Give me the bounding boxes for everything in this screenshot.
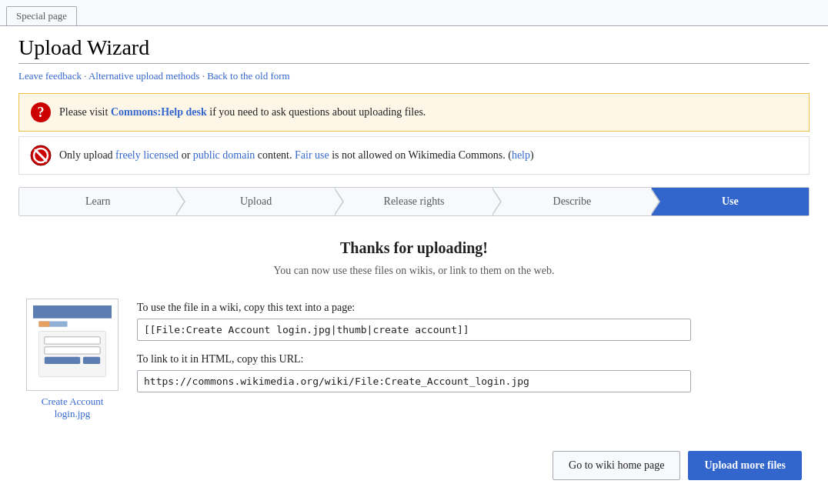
- svg-rect-10: [45, 337, 100, 344]
- file-link[interactable]: Create Account login.jpg: [42, 396, 104, 419]
- go-home-button[interactable]: Go to wiki home page: [553, 451, 680, 480]
- thanks-section: Thanks for uploading! You can now use th…: [18, 239, 810, 277]
- upload-more-button[interactable]: Upload more files: [688, 451, 802, 480]
- step-learn: Learn: [19, 188, 177, 215]
- freely-licensed-link[interactable]: freely licensed: [115, 149, 179, 161]
- thanks-subtitle: You can now use these files on wikis, or…: [18, 265, 810, 277]
- copy-html-input[interactable]: [137, 370, 691, 392]
- leave-feedback-link[interactable]: Leave feedback: [18, 70, 82, 82]
- public-domain-link[interactable]: public domain: [193, 149, 255, 161]
- red-notice-text: Only upload freely licensed or public do…: [59, 149, 534, 162]
- help-link[interactable]: help: [512, 149, 530, 161]
- step-use: Use: [652, 188, 809, 215]
- content-area: Upload Wizard Leave feedback · Alternati…: [0, 26, 828, 499]
- alt-upload-link[interactable]: Alternative upload methods: [88, 70, 199, 82]
- special-page-tab: Special page: [6, 6, 77, 25]
- svg-rect-6: [33, 305, 112, 319]
- thanks-title: Thanks for uploading!: [18, 239, 810, 257]
- sub-links: Leave feedback · Alternative upload meth…: [18, 70, 810, 82]
- copy-wiki-input[interactable]: [137, 319, 691, 341]
- svg-text:?: ?: [38, 105, 45, 120]
- svg-rect-11: [45, 347, 100, 354]
- step-release-rights: Release rights: [336, 188, 493, 215]
- block-icon: [30, 145, 52, 166]
- thumb-box: [26, 299, 119, 391]
- thumb-svg: [30, 305, 115, 384]
- svg-rect-8: [38, 321, 49, 326]
- bottom-actions: Go to wiki home page Upload more files: [18, 451, 810, 480]
- red-notice: Only upload freely licensed or public do…: [18, 136, 810, 175]
- page-title: Upload Wizard: [18, 35, 810, 64]
- file-thumbnail: Create Account login.jpg: [26, 299, 119, 420]
- upload-result: Create Account login.jpg To use the file…: [18, 299, 810, 420]
- commons-help-desk-link[interactable]: Commons:Help desk: [111, 106, 207, 118]
- question-icon: ?: [30, 102, 52, 123]
- svg-rect-13: [83, 357, 100, 364]
- fair-use-link[interactable]: Fair use: [295, 149, 329, 161]
- step-upload: Upload: [177, 188, 335, 215]
- step-describe: Describe: [493, 188, 651, 215]
- wizard-steps: Learn Upload Release rights Describe Use: [18, 187, 810, 216]
- back-old-form-link[interactable]: Back to the old form: [207, 70, 290, 82]
- thumb-image: [27, 299, 118, 390]
- yellow-notice-text: Please visit Commons:Help desk if you ne…: [59, 106, 426, 118]
- copy-wiki-label: To use the file in a wiki, copy this tex…: [137, 302, 810, 314]
- yellow-notice: ? Please visit Commons:Help desk if you …: [18, 93, 810, 132]
- copy-fields: To use the file in a wiki, copy this tex…: [137, 299, 810, 420]
- top-tab-bar: Special page: [0, 0, 828, 26]
- copy-html-label: To link to it in HTML, copy this URL:: [137, 353, 810, 365]
- svg-rect-12: [45, 357, 80, 364]
